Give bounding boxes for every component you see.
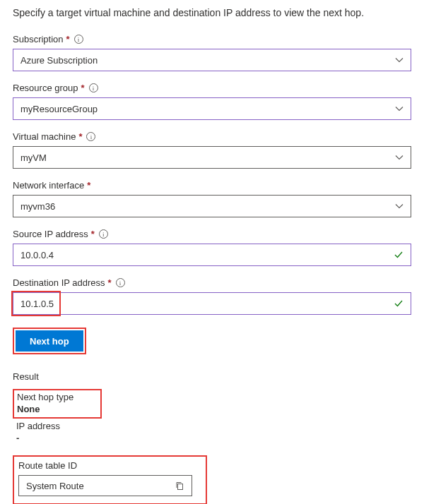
copy-icon[interactable] [175,481,184,491]
route-table-value-box: System Route [18,475,192,496]
info-icon[interactable]: i [99,229,108,239]
next-hop-type-label: Next hop type [17,392,73,402]
route-table-value: System Route [26,481,84,491]
resource-group-label: Resource group * i [13,83,411,93]
result-heading: Result [13,371,411,382]
source-ip-input[interactable]: 10.0.0.4 [13,244,411,266]
virtual-machine-label-text: Virtual machine [13,131,76,142]
chevron-down-icon [395,106,404,112]
chevron-down-icon [395,57,404,63]
destination-ip-label-text: Destination IP address [13,277,105,288]
network-interface-dropdown[interactable]: myvm36 [13,195,411,217]
required-asterisk: * [108,277,112,288]
ip-address-label: IP address [16,421,408,431]
network-interface-label-text: Network interface [13,180,84,191]
route-table-label: Route table ID [18,460,201,471]
info-icon[interactable]: i [116,278,125,287]
highlight-annotation: Route table ID System Route [13,455,207,504]
network-interface-field-group: Network interface * myvm36 [13,180,411,217]
required-asterisk: * [66,34,70,44]
checkmark-icon [394,299,404,308]
network-interface-value: myvm36 [20,201,395,212]
subscription-field-group: Subscription * i Azure Subscription [13,34,411,71]
resource-group-dropdown[interactable]: myResourceGroup [13,97,411,120]
highlight-annotation: Next hop [13,328,86,354]
subscription-label-text: Subscription [13,34,64,44]
next-hop-type-value: None [17,404,73,414]
instruction-text: Specify a target virtual machine and des… [13,7,411,18]
chevron-down-icon [395,155,404,160]
info-icon[interactable]: i [86,132,95,141]
button-wrapper: Next hop [13,328,411,354]
virtual-machine-value: myVM [20,152,395,163]
svg-rect-0 [178,484,183,490]
virtual-machine-dropdown[interactable]: myVM [13,146,411,169]
source-ip-label: Source IP address * i [13,229,411,239]
resource-group-value: myResourceGroup [20,104,395,114]
required-asterisk: * [87,180,90,191]
next-hop-button[interactable]: Next hop [16,330,83,352]
destination-ip-input[interactable]: 10.1.0.5 [13,292,411,315]
source-ip-field-group: Source IP address * i 10.0.0.4 [13,229,411,266]
required-asterisk: * [78,131,82,142]
network-interface-label: Network interface * [13,180,411,191]
destination-ip-field-group: Destination IP address * i 10.1.0.5 [13,277,411,315]
virtual-machine-field-group: Virtual machine * i myVM [13,131,411,169]
virtual-machine-label: Virtual machine * i [13,131,411,142]
source-ip-value: 10.0.0.4 [20,250,394,260]
highlight-annotation: Next hop type None [13,389,102,419]
source-ip-label-text: Source IP address [13,229,88,239]
result-section: Result Next hop type None IP address - R… [13,371,411,504]
ip-address-value: - [16,433,408,443]
info-icon[interactable]: i [89,83,98,92]
destination-ip-label: Destination IP address * i [13,277,411,288]
subscription-value: Azure Subscription [20,55,395,66]
checkmark-icon [394,250,404,260]
info-icon[interactable]: i [74,35,83,44]
chevron-down-icon [395,203,404,209]
ip-address-result: IP address - [13,419,411,445]
required-asterisk: * [91,229,95,239]
resource-group-label-text: Resource group [13,83,78,93]
destination-ip-value: 10.1.0.5 [20,299,394,309]
resource-group-field-group: Resource group * i myResourceGroup [13,83,411,120]
subscription-label: Subscription * i [13,34,411,44]
required-asterisk: * [81,83,85,93]
subscription-dropdown[interactable]: Azure Subscription [13,49,411,71]
